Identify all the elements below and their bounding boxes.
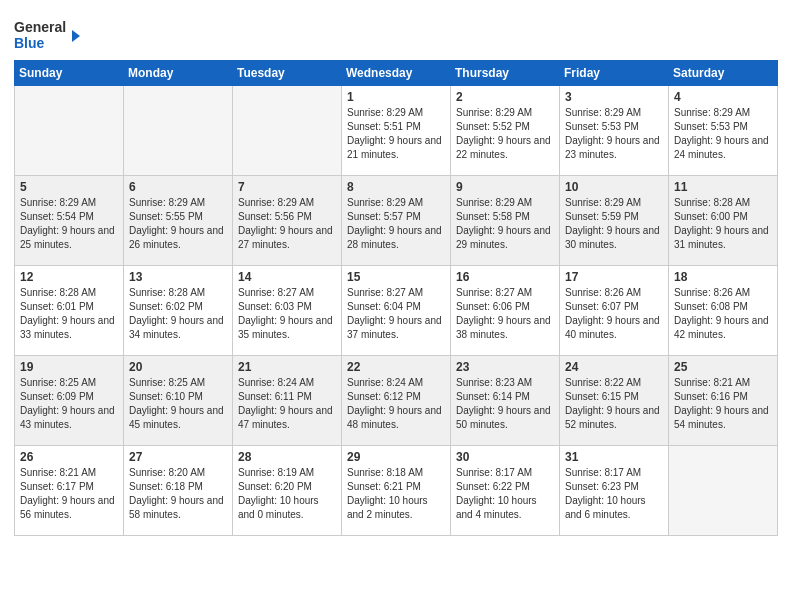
calendar-day: 26Sunrise: 8:21 AMSunset: 6:17 PMDayligh… [15, 446, 124, 536]
calendar-day: 22Sunrise: 8:24 AMSunset: 6:12 PMDayligh… [342, 356, 451, 446]
day-info: Sunrise: 8:29 AMSunset: 5:51 PMDaylight:… [347, 106, 445, 162]
day-number: 18 [674, 270, 772, 284]
day-info: Sunrise: 8:29 AMSunset: 5:53 PMDaylight:… [565, 106, 663, 162]
calendar-day: 21Sunrise: 8:24 AMSunset: 6:11 PMDayligh… [233, 356, 342, 446]
day-number: 29 [347, 450, 445, 464]
day-number: 11 [674, 180, 772, 194]
svg-text:Blue: Blue [14, 35, 45, 51]
day-info: Sunrise: 8:22 AMSunset: 6:15 PMDaylight:… [565, 376, 663, 432]
day-number: 20 [129, 360, 227, 374]
day-info: Sunrise: 8:21 AMSunset: 6:16 PMDaylight:… [674, 376, 772, 432]
logo: General Blue [14, 16, 84, 52]
day-info: Sunrise: 8:29 AMSunset: 5:59 PMDaylight:… [565, 196, 663, 252]
day-number: 22 [347, 360, 445, 374]
day-info: Sunrise: 8:23 AMSunset: 6:14 PMDaylight:… [456, 376, 554, 432]
calendar-day: 11Sunrise: 8:28 AMSunset: 6:00 PMDayligh… [669, 176, 778, 266]
day-info: Sunrise: 8:29 AMSunset: 5:58 PMDaylight:… [456, 196, 554, 252]
calendar-day: 18Sunrise: 8:26 AMSunset: 6:08 PMDayligh… [669, 266, 778, 356]
weekday-header-row: SundayMondayTuesdayWednesdayThursdayFrid… [15, 61, 778, 86]
day-info: Sunrise: 8:25 AMSunset: 6:10 PMDaylight:… [129, 376, 227, 432]
day-info: Sunrise: 8:27 AMSunset: 6:04 PMDaylight:… [347, 286, 445, 342]
day-number: 1 [347, 90, 445, 104]
calendar-day: 9Sunrise: 8:29 AMSunset: 5:58 PMDaylight… [451, 176, 560, 266]
weekday-header-friday: Friday [560, 61, 669, 86]
calendar-day: 17Sunrise: 8:26 AMSunset: 6:07 PMDayligh… [560, 266, 669, 356]
day-number: 30 [456, 450, 554, 464]
day-number: 10 [565, 180, 663, 194]
calendar-day: 27Sunrise: 8:20 AMSunset: 6:18 PMDayligh… [124, 446, 233, 536]
day-info: Sunrise: 8:29 AMSunset: 5:52 PMDaylight:… [456, 106, 554, 162]
calendar-day: 14Sunrise: 8:27 AMSunset: 6:03 PMDayligh… [233, 266, 342, 356]
day-info: Sunrise: 8:29 AMSunset: 5:57 PMDaylight:… [347, 196, 445, 252]
day-number: 31 [565, 450, 663, 464]
day-info: Sunrise: 8:29 AMSunset: 5:56 PMDaylight:… [238, 196, 336, 252]
day-number: 3 [565, 90, 663, 104]
calendar-day: 8Sunrise: 8:29 AMSunset: 5:57 PMDaylight… [342, 176, 451, 266]
calendar-day [669, 446, 778, 536]
weekday-header-saturday: Saturday [669, 61, 778, 86]
calendar-week-row: 19Sunrise: 8:25 AMSunset: 6:09 PMDayligh… [15, 356, 778, 446]
day-number: 26 [20, 450, 118, 464]
day-number: 17 [565, 270, 663, 284]
calendar-day: 20Sunrise: 8:25 AMSunset: 6:10 PMDayligh… [124, 356, 233, 446]
day-info: Sunrise: 8:29 AMSunset: 5:54 PMDaylight:… [20, 196, 118, 252]
calendar-day: 10Sunrise: 8:29 AMSunset: 5:59 PMDayligh… [560, 176, 669, 266]
day-number: 25 [674, 360, 772, 374]
calendar-day: 16Sunrise: 8:27 AMSunset: 6:06 PMDayligh… [451, 266, 560, 356]
calendar-day: 6Sunrise: 8:29 AMSunset: 5:55 PMDaylight… [124, 176, 233, 266]
weekday-header-tuesday: Tuesday [233, 61, 342, 86]
day-info: Sunrise: 8:20 AMSunset: 6:18 PMDaylight:… [129, 466, 227, 522]
day-number: 4 [674, 90, 772, 104]
calendar-day: 31Sunrise: 8:17 AMSunset: 6:23 PMDayligh… [560, 446, 669, 536]
calendar-day: 24Sunrise: 8:22 AMSunset: 6:15 PMDayligh… [560, 356, 669, 446]
day-info: Sunrise: 8:28 AMSunset: 6:00 PMDaylight:… [674, 196, 772, 252]
day-info: Sunrise: 8:27 AMSunset: 6:06 PMDaylight:… [456, 286, 554, 342]
page: General Blue SundayMondayTuesdayWednesda… [0, 0, 792, 612]
svg-text:General: General [14, 19, 66, 35]
calendar-day: 19Sunrise: 8:25 AMSunset: 6:09 PMDayligh… [15, 356, 124, 446]
calendar-day: 23Sunrise: 8:23 AMSunset: 6:14 PMDayligh… [451, 356, 560, 446]
day-info: Sunrise: 8:28 AMSunset: 6:02 PMDaylight:… [129, 286, 227, 342]
day-info: Sunrise: 8:29 AMSunset: 5:55 PMDaylight:… [129, 196, 227, 252]
day-number: 19 [20, 360, 118, 374]
weekday-header-thursday: Thursday [451, 61, 560, 86]
calendar-day: 12Sunrise: 8:28 AMSunset: 6:01 PMDayligh… [15, 266, 124, 356]
day-info: Sunrise: 8:29 AMSunset: 5:53 PMDaylight:… [674, 106, 772, 162]
calendar-day: 7Sunrise: 8:29 AMSunset: 5:56 PMDaylight… [233, 176, 342, 266]
weekday-header-sunday: Sunday [15, 61, 124, 86]
day-number: 5 [20, 180, 118, 194]
day-number: 23 [456, 360, 554, 374]
day-number: 16 [456, 270, 554, 284]
day-info: Sunrise: 8:18 AMSunset: 6:21 PMDaylight:… [347, 466, 445, 522]
calendar-week-row: 5Sunrise: 8:29 AMSunset: 5:54 PMDaylight… [15, 176, 778, 266]
day-number: 21 [238, 360, 336, 374]
calendar-table: SundayMondayTuesdayWednesdayThursdayFrid… [14, 60, 778, 536]
calendar-day: 2Sunrise: 8:29 AMSunset: 5:52 PMDaylight… [451, 86, 560, 176]
calendar-day: 30Sunrise: 8:17 AMSunset: 6:22 PMDayligh… [451, 446, 560, 536]
calendar-week-row: 12Sunrise: 8:28 AMSunset: 6:01 PMDayligh… [15, 266, 778, 356]
day-info: Sunrise: 8:19 AMSunset: 6:20 PMDaylight:… [238, 466, 336, 522]
day-number: 27 [129, 450, 227, 464]
calendar-day: 25Sunrise: 8:21 AMSunset: 6:16 PMDayligh… [669, 356, 778, 446]
logo-svg: General Blue [14, 16, 84, 52]
calendar-day [124, 86, 233, 176]
day-info: Sunrise: 8:21 AMSunset: 6:17 PMDaylight:… [20, 466, 118, 522]
day-number: 9 [456, 180, 554, 194]
day-info: Sunrise: 8:28 AMSunset: 6:01 PMDaylight:… [20, 286, 118, 342]
day-number: 7 [238, 180, 336, 194]
day-info: Sunrise: 8:26 AMSunset: 6:07 PMDaylight:… [565, 286, 663, 342]
day-number: 28 [238, 450, 336, 464]
calendar-day: 15Sunrise: 8:27 AMSunset: 6:04 PMDayligh… [342, 266, 451, 356]
calendar-day [233, 86, 342, 176]
day-number: 12 [20, 270, 118, 284]
calendar-day: 5Sunrise: 8:29 AMSunset: 5:54 PMDaylight… [15, 176, 124, 266]
calendar-week-row: 1Sunrise: 8:29 AMSunset: 5:51 PMDaylight… [15, 86, 778, 176]
calendar-week-row: 26Sunrise: 8:21 AMSunset: 6:17 PMDayligh… [15, 446, 778, 536]
calendar-day: 1Sunrise: 8:29 AMSunset: 5:51 PMDaylight… [342, 86, 451, 176]
weekday-header-monday: Monday [124, 61, 233, 86]
day-info: Sunrise: 8:17 AMSunset: 6:22 PMDaylight:… [456, 466, 554, 522]
day-number: 15 [347, 270, 445, 284]
calendar-day: 29Sunrise: 8:18 AMSunset: 6:21 PMDayligh… [342, 446, 451, 536]
calendar-day: 28Sunrise: 8:19 AMSunset: 6:20 PMDayligh… [233, 446, 342, 536]
day-info: Sunrise: 8:24 AMSunset: 6:11 PMDaylight:… [238, 376, 336, 432]
